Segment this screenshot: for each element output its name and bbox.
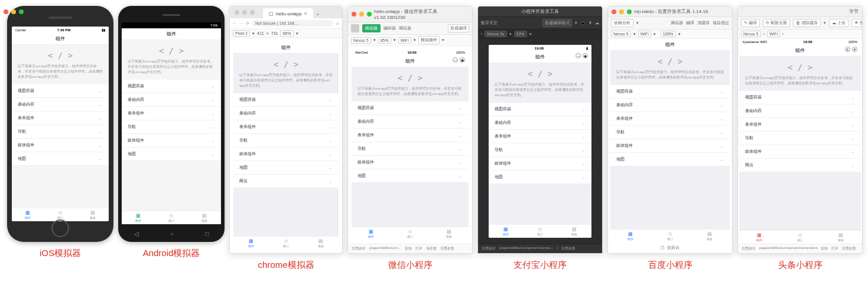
tab-api[interactable]: ◇接口 bbox=[57, 210, 63, 219]
tab-api[interactable]: ◇接口 bbox=[407, 229, 413, 238]
height[interactable]: 731 bbox=[271, 31, 278, 35]
open-button[interactable]: 打开 bbox=[831, 246, 838, 251]
clear-cache-button[interactable]: 清缓存 bbox=[697, 20, 710, 26]
menu-read[interactable]: 数字天堂 bbox=[481, 20, 498, 26]
device-select[interactable]: Nexus 5 bbox=[741, 31, 761, 37]
list-item[interactable]: 媒体组件⌄ bbox=[610, 139, 730, 153]
minimize-icon[interactable] bbox=[359, 12, 364, 17]
tab-component[interactable]: ▦组件 bbox=[503, 227, 509, 236]
list-item[interactable]: 导航⌄ bbox=[12, 125, 109, 139]
tab-api[interactable]: ◇接口 bbox=[168, 213, 174, 222]
list-item[interactable]: 地图⌄ bbox=[12, 152, 109, 166]
device-select[interactable]: Nexus 5 bbox=[351, 37, 371, 44]
list-item[interactable]: 地图⌄ bbox=[489, 171, 591, 184]
list-item[interactable]: 表单组件⌄ bbox=[122, 107, 221, 120]
open-button[interactable]: 打开 bbox=[415, 246, 422, 251]
list-item[interactable]: 基础内容⌄ bbox=[12, 98, 109, 112]
copy-button[interactable]: 复制 bbox=[405, 246, 412, 251]
avatar-icon[interactable] bbox=[351, 24, 359, 32]
list-item[interactable]: 视图容器⌄ bbox=[489, 103, 591, 116]
preview-button[interactable]: 👁 预览 bbox=[851, 19, 862, 27]
list-item[interactable]: 导航⌄ bbox=[489, 143, 591, 157]
list-item[interactable]: 表单组件⌄ bbox=[739, 118, 861, 132]
list-item[interactable]: 视图容器⌄ bbox=[352, 101, 469, 115]
tab-component[interactable]: ▦组件 bbox=[248, 238, 254, 248]
simulator-button[interactable]: 模拟器 bbox=[362, 24, 381, 32]
list-item[interactable]: 媒体组件⌄ bbox=[12, 139, 109, 152]
list-item[interactable]: 表单组件⌄ bbox=[610, 112, 730, 126]
tab-api[interactable]: ◇接口 bbox=[537, 227, 543, 236]
close-icon[interactable]: ✕ bbox=[852, 47, 857, 52]
maximize-icon[interactable] bbox=[627, 9, 632, 14]
list-item[interactable]: 媒体组件⌄ bbox=[122, 134, 221, 148]
refresh-button[interactable]: ⟳ 刷新页面 bbox=[763, 19, 790, 27]
list-item[interactable]: 地图⌄ bbox=[122, 148, 221, 161]
minimize-icon[interactable] bbox=[242, 10, 247, 15]
zoom-select[interactable]: 100% bbox=[661, 31, 676, 37]
cloud-icon[interactable]: ☁ bbox=[595, 21, 599, 25]
editor-button[interactable]: 编辑器 bbox=[383, 25, 396, 31]
list-item[interactable]: 导航⌄ bbox=[233, 134, 339, 148]
new-tab-button[interactable]: + bbox=[313, 11, 323, 18]
list-item[interactable]: 基础内容⌄ bbox=[233, 107, 339, 120]
tab-component[interactable]: ▦组件 bbox=[368, 229, 374, 238]
copy-button[interactable]: 复制 bbox=[821, 246, 828, 251]
zoom-select[interactable]: 92% bbox=[514, 31, 527, 37]
list-item[interactable]: 基础内容⌄ bbox=[610, 99, 730, 112]
list-item[interactable]: 表单组件⌄ bbox=[12, 112, 109, 125]
list-item[interactable]: 基础内容⌄ bbox=[489, 116, 591, 130]
compile-mode-select[interactable]: 普通编译模式 bbox=[542, 19, 572, 27]
list-item[interactable]: 导航⌄ bbox=[610, 126, 730, 139]
phone-icon[interactable]: 📱 bbox=[580, 21, 586, 25]
tab-api[interactable]: ◇接口 bbox=[667, 231, 673, 241]
list-item[interactable]: 表单组件⌄ bbox=[233, 120, 339, 134]
tab-template[interactable]: ▤模板 bbox=[571, 227, 577, 236]
close-tab-icon[interactable]: × bbox=[304, 11, 307, 17]
list-item[interactable]: 地图⌄ bbox=[610, 153, 730, 166]
forward-icon[interactable]: → bbox=[239, 21, 243, 25]
list-item[interactable]: 导航⌄ bbox=[122, 120, 221, 134]
width[interactable]: 411 bbox=[257, 31, 264, 35]
bd-switch-bg[interactable]: ▢切后台 bbox=[608, 242, 732, 253]
list-item[interactable]: 表单组件⌄ bbox=[489, 130, 591, 143]
tab-component[interactable]: ▦组件 bbox=[756, 232, 762, 242]
recent-icon[interactable]: □ bbox=[205, 231, 209, 237]
close-icon[interactable] bbox=[235, 10, 239, 15]
back-icon[interactable]: ◁ bbox=[134, 231, 139, 237]
list-item[interactable]: 视图容器⌄ bbox=[12, 84, 109, 98]
list-item[interactable]: 网页⌄ bbox=[233, 175, 339, 188]
device-select[interactable]: Pixel 2 bbox=[233, 30, 250, 37]
close-icon[interactable]: ◉ bbox=[583, 53, 588, 58]
list-item[interactable]: 地图⌄ bbox=[233, 161, 339, 175]
list-item[interactable]: 基础内容⌄ bbox=[739, 104, 861, 118]
list-item[interactable]: 媒体组件⌄ bbox=[233, 148, 339, 161]
sim-ops[interactable]: 模拟操作 bbox=[418, 36, 440, 44]
back-icon[interactable]: ← bbox=[233, 21, 237, 25]
network-select[interactable]: WiFi bbox=[638, 31, 651, 37]
tab-template[interactable]: ▤模板 bbox=[318, 238, 324, 248]
compile-mode-select[interactable]: 普通编译 bbox=[448, 24, 469, 32]
tab-template[interactable]: ▤模板 bbox=[90, 210, 96, 219]
upload-button[interactable]: ☁ 上传 bbox=[829, 19, 849, 27]
debugger-button[interactable]: 调试器 bbox=[399, 25, 411, 31]
tab-component[interactable]: ▦组件 bbox=[628, 231, 633, 241]
compile-button[interactable]: ✎ 编译 bbox=[741, 19, 760, 27]
url-input[interactable]: Not Secure | 192.168.... bbox=[252, 20, 333, 27]
list-item[interactable]: 导航⌄ bbox=[739, 132, 861, 145]
list-item[interactable]: 媒体组件⌄ bbox=[739, 145, 861, 159]
network-select[interactable]: WiFi bbox=[767, 31, 780, 37]
project-info-button[interactable]: 项目信息 bbox=[713, 20, 729, 26]
upload-icon[interactable]: ⬆ bbox=[589, 21, 592, 25]
home-icon[interactable]: ○ bbox=[170, 231, 174, 237]
zoom-select[interactable]: 85% bbox=[378, 37, 391, 44]
tab-template[interactable]: ▤模板 bbox=[201, 213, 207, 222]
reload-icon[interactable]: ⟳ bbox=[246, 21, 249, 26]
list-item[interactable]: 视图容器⌄ bbox=[122, 80, 221, 93]
compile-button[interactable]: 编译 bbox=[686, 20, 694, 26]
list-item[interactable]: 视图容器⌄ bbox=[233, 93, 339, 107]
tab-template[interactable]: ▤模板 bbox=[446, 229, 452, 238]
clear-cache-button[interactable]: 🗑 清除缓存 bbox=[793, 19, 821, 27]
close-icon[interactable] bbox=[612, 9, 616, 14]
list-item[interactable]: 媒体组件⌄ bbox=[352, 156, 469, 169]
menu-icon[interactable]: ⋯ bbox=[453, 57, 458, 63]
